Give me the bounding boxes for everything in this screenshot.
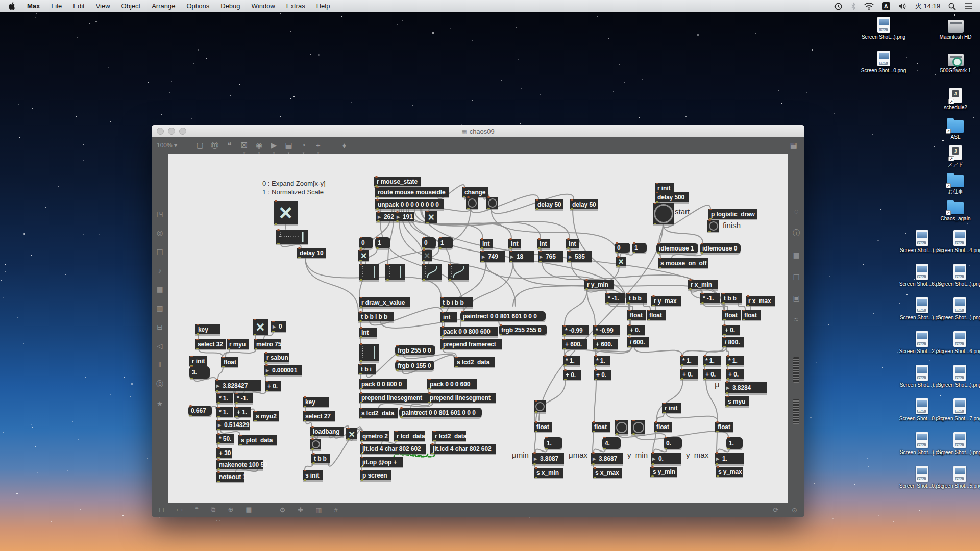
add-object-icon[interactable]: +▾ <box>311 141 326 151</box>
max-button[interactable] <box>631 420 645 434</box>
grid-icon[interactable]: ▦ <box>246 506 252 514</box>
star-icon[interactable]: ★ <box>157 399 163 408</box>
max-object[interactable]: float <box>715 422 733 432</box>
object-box-icon[interactable]: ▢ <box>192 141 207 151</box>
max-number-box[interactable]: ▶535 <box>567 251 592 262</box>
menu-item-debug[interactable]: Debug <box>215 0 246 12</box>
max-object[interactable]: int <box>508 239 521 248</box>
comment-icon[interactable]: ❝ <box>222 141 237 151</box>
list-icon[interactable]: ▤ <box>793 272 799 281</box>
max-object[interactable]: jit.lcd 4 char 802 602 <box>430 444 496 454</box>
max-object[interactable]: * 1. <box>726 356 744 365</box>
clock[interactable]: 火 14:19 <box>915 2 940 11</box>
max-number-box[interactable]: ▶0 <box>271 321 286 332</box>
volume-icon[interactable] <box>898 3 907 10</box>
max-object[interactable]: prepend linesegment <box>359 393 427 403</box>
info-icon[interactable]: ⓘ <box>793 229 800 238</box>
max-object[interactable]: key <box>195 324 220 334</box>
max-button[interactable] <box>615 420 628 434</box>
max-object[interactable]: float <box>654 422 672 432</box>
max-number-box[interactable]: ▶0.000001 <box>264 365 302 375</box>
layers-icon[interactable]: ⧉ <box>211 506 215 514</box>
gear-icon[interactable]: ⚙ <box>280 506 286 514</box>
paint-bucket-icon[interactable]: ⬧ <box>337 141 352 151</box>
max-message[interactable]: 0. <box>664 437 682 449</box>
max-message[interactable]: 0 <box>359 237 373 248</box>
grid-icon[interactable]: ▦ <box>793 251 799 259</box>
max-object[interactable]: t b i b b <box>440 297 473 307</box>
menu-item-max[interactable]: Max <box>21 0 45 12</box>
max-object[interactable]: route mouse mouseidle <box>375 187 449 197</box>
max-toggle[interactable]: × <box>425 211 437 223</box>
input-source-icon[interactable]: A <box>882 2 890 10</box>
max-message[interactable]: 3. <box>189 366 210 379</box>
max-object[interactable]: noteout 1 <box>216 472 244 482</box>
max-object[interactable]: s init <box>303 470 323 480</box>
max-object[interactable]: * 1. <box>680 356 698 365</box>
b-icon[interactable]: ⓑ <box>156 380 163 389</box>
max-object[interactable]: t b b i b b <box>358 312 394 321</box>
wave-icon[interactable]: ≈ <box>794 315 798 323</box>
max-object[interactable]: float <box>647 310 666 320</box>
wifi-icon[interactable] <box>864 3 874 10</box>
max-object[interactable]: select 32 <box>195 339 226 349</box>
max-object[interactable]: * 1. <box>216 393 233 403</box>
max-number-box[interactable]: ▶1. <box>715 453 744 464</box>
max-object[interactable]: r lcd2_data <box>432 431 466 441</box>
button-icon[interactable]: ◉▾ <box>252 141 266 151</box>
max-object[interactable]: pack 0 0 0 600 <box>427 379 477 389</box>
minus-icon[interactable]: ⊟ <box>157 323 163 331</box>
max-number-box[interactable]: ▶262 <box>376 212 395 221</box>
patcher-canvas[interactable]: 0 : Expand Zoom[x-y] 1 : Normalized Scal… <box>168 154 788 503</box>
max-object[interactable]: * 1. <box>216 407 233 417</box>
desktop-icon[interactable]: Screen Shot...4.png <box>935 229 980 254</box>
max-object[interactable]: change <box>462 187 488 197</box>
desktop-icon[interactable]: Screen Shot...0.png <box>859 49 908 74</box>
power-icon[interactable]: ⊙ <box>792 506 797 514</box>
desktop-icon[interactable]: schedule2 <box>931 86 980 111</box>
desktop-icon[interactable]: お仕事 <box>931 170 980 195</box>
dial-icon[interactable]: ◔▾ <box>296 141 311 151</box>
max-object[interactable]: * -1. <box>234 393 253 403</box>
max-object[interactable]: float <box>742 310 761 320</box>
max-message[interactable]: paintrect 0 0 801 601 0 0 0 <box>399 408 482 417</box>
max-message[interactable]: 1 <box>632 243 647 253</box>
max-object[interactable]: / 800. <box>722 337 744 347</box>
menu-item-arrange[interactable]: Arrange <box>146 0 181 12</box>
max-object[interactable]: float <box>534 422 552 432</box>
message-box-icon[interactable]: ⓜ <box>207 141 222 151</box>
scroll-indicator[interactable] <box>793 357 799 383</box>
max-object[interactable]: + 0. <box>265 381 281 391</box>
max-object[interactable]: + 0. <box>726 369 744 379</box>
max-button[interactable] <box>707 220 719 232</box>
max-object[interactable]: + 0. <box>722 325 740 335</box>
desktop-icon[interactable]: ASL <box>931 115 980 140</box>
max-object[interactable]: s y_max <box>716 467 743 477</box>
max-button[interactable] <box>653 203 674 224</box>
desktop-icon[interactable]: Chaos_again <box>931 197 980 222</box>
max-object[interactable]: * 1. <box>563 356 580 365</box>
menu-item-object[interactable]: Object <box>116 0 146 12</box>
max-object[interactable]: t b b <box>721 293 742 303</box>
menu-item-file[interactable]: File <box>45 0 67 12</box>
max-object[interactable]: float <box>722 310 741 320</box>
bars-icon[interactable]: ‖ <box>158 361 161 369</box>
max-object[interactable]: s mouse_on_off <box>658 258 708 268</box>
menu-item-help[interactable]: Help <box>311 0 336 12</box>
menu-item-extras[interactable]: Extras <box>281 0 311 12</box>
max-toggle[interactable]: × <box>274 201 298 224</box>
max-number-box[interactable]: ▶0. <box>651 453 681 464</box>
max-object[interactable]: jit.op @op + <box>360 457 403 467</box>
menu-item-view[interactable]: View <box>90 0 116 12</box>
grid-icon[interactable]: ▦ <box>156 285 163 293</box>
max-toggle[interactable]: × <box>422 250 432 261</box>
max-object[interactable]: + 0. <box>703 369 721 379</box>
desktop-icon[interactable]: Screen Shot...6.png <box>935 330 980 355</box>
max-object[interactable]: prepend linesegment <box>427 393 496 403</box>
max-object[interactable]: * 1. <box>594 356 610 365</box>
spotlight-icon[interactable] <box>948 3 956 10</box>
max-object[interactable]: * -0.99 <box>562 325 589 335</box>
max-button[interactable] <box>466 197 478 209</box>
max-object[interactable]: prepend framerect <box>440 339 502 349</box>
minimize-button[interactable] <box>168 128 175 135</box>
